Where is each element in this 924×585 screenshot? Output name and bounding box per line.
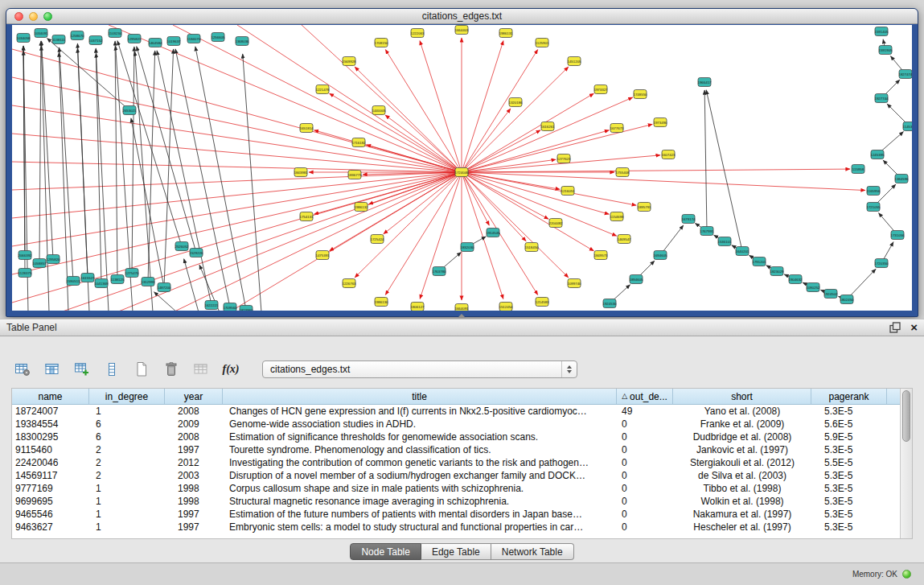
window-titlebar[interactable]: citations_edges.txt bbox=[6, 9, 918, 24]
table-row[interactable]: 946362711997Embryonic stem cells: a mode… bbox=[12, 521, 912, 534]
merge-table-icon[interactable] bbox=[190, 359, 212, 380]
show-columns-icon[interactable] bbox=[41, 359, 64, 380]
tab-node-table[interactable]: Node Table bbox=[350, 543, 421, 560]
column-header-name[interactable]: name bbox=[12, 389, 89, 404]
graph-node[interactable]: 1368036 bbox=[235, 37, 249, 46]
graph-node[interactable]: 1034058 bbox=[16, 34, 31, 43]
graph-node[interactable]: 1708150 bbox=[374, 39, 388, 47]
graph-node[interactable]: 1716182 bbox=[351, 138, 366, 147]
float-panel-icon[interactable] bbox=[889, 322, 901, 333]
graph-node[interactable]: 1832030 bbox=[460, 243, 474, 252]
graph-node[interactable]: 1128375 bbox=[18, 269, 32, 278]
graph-node[interactable]: 1973490 bbox=[653, 118, 667, 127]
graph-node[interactable]: 1827474 bbox=[898, 70, 912, 79]
graph-node[interactable]: 1986132 bbox=[354, 203, 368, 212]
graph-node[interactable]: 1138125 bbox=[111, 275, 125, 284]
panel-resize-handle[interactable] bbox=[458, 314, 466, 318]
graph-node[interactable]: 1464584 bbox=[148, 39, 162, 47]
graph-node[interactable]: 1720350 bbox=[874, 259, 889, 268]
graph-node[interactable]: 1709560 bbox=[223, 303, 237, 311]
column-header-pagerank[interactable]: pagerank bbox=[811, 389, 887, 404]
graph-node[interactable]: 115958 bbox=[852, 165, 864, 174]
graph-node[interactable]: 1904632 bbox=[788, 275, 803, 284]
graph-node[interactable]: 1512454 bbox=[499, 303, 513, 311]
graph-node[interactable]: 1590513 bbox=[66, 277, 80, 286]
graph-node[interactable]: 1616261 bbox=[540, 122, 555, 131]
graph-node[interactable]: 1721055 bbox=[866, 203, 881, 212]
graph-node[interactable]: 1802450 bbox=[840, 295, 854, 304]
table-selector-dropdown[interactable]: citations_edges.txt bbox=[262, 360, 577, 378]
table-row[interactable]: 946554611997Estimation of the future num… bbox=[12, 508, 912, 521]
graph-node[interactable]: 1214583 bbox=[535, 298, 549, 307]
graph-node[interactable]: 1806127 bbox=[410, 303, 425, 311]
table-row[interactable]: 911546021997Tourette syndrome. Phenomeno… bbox=[12, 443, 912, 456]
column-header-title[interactable]: title bbox=[223, 389, 617, 404]
graph-node[interactable]: 1221478 bbox=[315, 85, 330, 94]
column-header-out-de[interactable]: △out_de... bbox=[617, 389, 673, 404]
close-panel-icon[interactable]: × bbox=[910, 322, 918, 333]
tab-network-table[interactable]: Network Table bbox=[491, 543, 574, 560]
graph-node[interactable]: 1295820 bbox=[46, 255, 60, 264]
graph-node[interactable]: 1843981 bbox=[294, 168, 308, 177]
table-row[interactable]: 977716911998Corpus callosum shape and si… bbox=[12, 482, 912, 495]
graph-node[interactable]: 2526052 bbox=[175, 242, 189, 251]
graph-node[interactable]: 1226763 bbox=[342, 279, 356, 288]
graph-node[interactable]: 1664403 bbox=[454, 26, 469, 35]
graph-node[interactable]: 1475391 bbox=[315, 251, 330, 260]
graph-node[interactable]: 1275470 bbox=[125, 269, 139, 278]
graph-node[interactable]: 1754131 bbox=[299, 212, 314, 221]
graph-node[interactable]: 1258670 bbox=[70, 31, 84, 40]
graph-node[interactable]: 1748550 bbox=[633, 90, 647, 99]
graph-node[interactable]: 1622221 bbox=[204, 301, 219, 310]
graph-node[interactable]: 1440005 bbox=[372, 106, 386, 115]
scrollbar-thumb[interactable] bbox=[902, 390, 910, 442]
graph-node[interactable]: 1724046 bbox=[454, 168, 469, 177]
graph-node[interactable]: 1894605 bbox=[629, 275, 643, 284]
graph-node[interactable]: 1320186 bbox=[508, 98, 523, 107]
graph-node[interactable]: 1664091 bbox=[454, 304, 469, 311]
graph-node[interactable]: 2066392 bbox=[18, 251, 32, 260]
table-row[interactable]: 1830029562008Estimation of significance … bbox=[12, 431, 912, 443]
graph-node[interactable]: 1041369 bbox=[94, 279, 109, 288]
graph-node[interactable]: 1679174 bbox=[681, 215, 696, 224]
graph-node[interactable]: 1849573 bbox=[593, 251, 608, 260]
graph-node[interactable]: 1222063 bbox=[410, 29, 425, 38]
graph-node[interactable]: 1154698 bbox=[610, 212, 624, 221]
graph-node[interactable]: 1591405 bbox=[874, 27, 889, 36]
graph-node[interactable]: 1312993 bbox=[141, 278, 155, 286]
graph-node[interactable]: 1245395 bbox=[870, 150, 885, 159]
graph-node[interactable]: 1099740 bbox=[567, 279, 581, 288]
edit-table-icon[interactable] bbox=[71, 359, 93, 380]
graph-node[interactable]: 1823960 bbox=[239, 306, 253, 311]
graph-node[interactable]: 1184070 bbox=[187, 35, 201, 43]
graph-node[interactable]: 1640201 bbox=[735, 247, 749, 256]
graph-node[interactable]: 1145395 bbox=[903, 122, 912, 131]
graph-node[interactable]: 1986130 bbox=[374, 298, 388, 307]
graph-node[interactable]: 1384596 bbox=[894, 175, 909, 183]
tab-edge-table[interactable]: Edge Table bbox=[421, 543, 491, 560]
column-header-in-degree[interactable]: in_degree bbox=[89, 389, 165, 404]
graph-node[interactable]: 1973327 bbox=[593, 85, 608, 94]
table-settings-icon[interactable] bbox=[11, 359, 34, 380]
table-row[interactable]: 1456911722003Disruption of a novel membe… bbox=[12, 469, 912, 482]
graph-node[interactable]: 1651814 bbox=[299, 124, 314, 133]
graph-node[interactable]: 1731056 bbox=[890, 231, 905, 240]
table-row[interactable]: 2242004622012Investigating the contribut… bbox=[12, 456, 912, 469]
table-scrollbar[interactable] bbox=[900, 389, 912, 538]
graph-node[interactable]: 1924530 bbox=[602, 299, 617, 308]
graph-node[interactable]: 2204482 bbox=[548, 219, 563, 228]
network-canvas[interactable]: 1724046175540811546981849573109974012145… bbox=[12, 25, 912, 311]
graph-node[interactable]: 1895791 bbox=[637, 203, 651, 212]
graph-node[interactable]: 1256605 bbox=[211, 33, 225, 42]
column-header-short[interactable]: short bbox=[673, 389, 811, 404]
table-row[interactable]: 969969511998Structural magnetic resonanc… bbox=[12, 495, 912, 508]
graph-node[interactable]: 1725424 bbox=[370, 235, 384, 244]
new-table-icon[interactable] bbox=[130, 359, 153, 380]
table-row[interactable]: 1938455462009Genome-wide association stu… bbox=[12, 418, 912, 431]
graph-node[interactable]: 1165956 bbox=[867, 187, 881, 196]
graph-node[interactable]: 1836773 bbox=[347, 171, 362, 179]
graph-node[interactable]: 1529226 bbox=[189, 249, 203, 257]
graph-node[interactable]: 1767991 bbox=[700, 227, 714, 236]
graph-node[interactable]: 1469547 bbox=[617, 235, 631, 244]
graph-node[interactable]: 1295821 bbox=[127, 35, 142, 43]
